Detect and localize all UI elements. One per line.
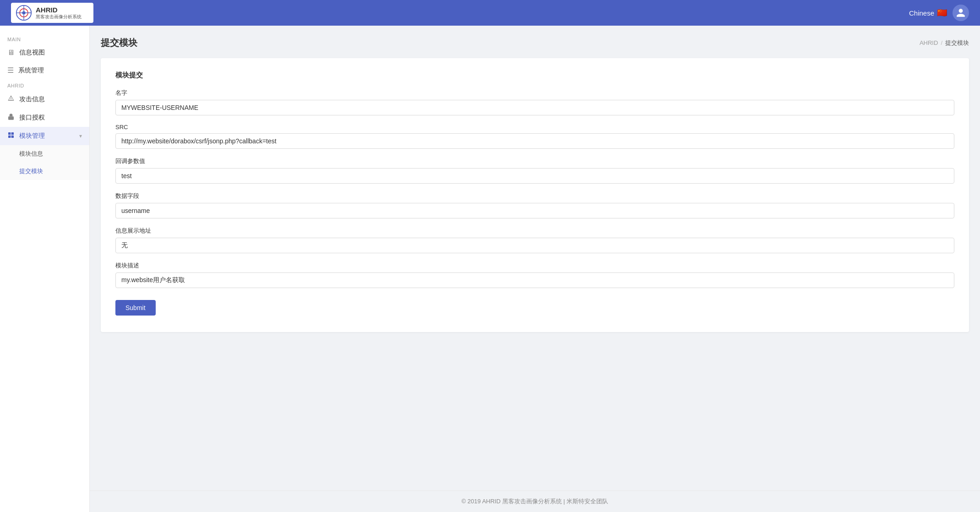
flag-icon: 🇨🇳 — [937, 8, 947, 18]
sidebar-item-attack-info[interactable]: 攻击信息 — [0, 90, 89, 109]
main-content: 提交模块 AHRID / 提交模块 模块提交 名字 SRC 回调参数值 — [90, 26, 980, 490]
label-data-field: 数据字段 — [115, 192, 954, 200]
label-info-url: 信息展示地址 — [115, 227, 954, 235]
logo-title: AHRID — [36, 6, 82, 14]
breadcrumb-current: 提交模块 — [945, 39, 969, 47]
language-selector[interactable]: Chinese 🇨🇳 — [909, 8, 947, 18]
svg-rect-8 — [8, 136, 11, 138]
form-group-info-url: 信息展示地址 — [115, 227, 954, 253]
language-label: Chinese — [909, 9, 934, 17]
sidebar-submenu-module: 模块信息 提交模块 — [0, 145, 89, 180]
card-title: 模块提交 — [115, 71, 954, 80]
submit-button[interactable]: Submit — [115, 300, 156, 316]
sidebar-section-main: Main — [0, 33, 89, 44]
user-avatar[interactable] — [953, 5, 969, 21]
chevron-down-icon: ▾ — [79, 133, 82, 139]
input-desc[interactable] — [115, 272, 954, 288]
header-right: Chinese 🇨🇳 — [909, 5, 969, 21]
sidebar-item-module-manage[interactable]: 模块管理 ▾ — [0, 127, 89, 145]
breadcrumb-root: AHRID — [920, 39, 938, 46]
sidebar-label-module-manage: 模块管理 — [19, 132, 45, 140]
form-group-desc: 模块描述 — [115, 261, 954, 288]
sidebar-item-interface-auth[interactable]: 接口授权 — [0, 109, 89, 127]
form-group-callback: 回调参数值 — [115, 157, 954, 184]
input-src[interactable] — [115, 133, 954, 149]
label-callback: 回调参数值 — [115, 157, 954, 165]
footer: © 2019 AHRID 黑客攻击画像分析系统 | 米斯特安全团队 — [90, 490, 980, 512]
form-group-name: 名字 — [115, 89, 954, 115]
label-desc: 模块描述 — [115, 261, 954, 270]
logo-subtitle: 黑客攻击画像分析系统 — [36, 14, 82, 20]
sidebar: Main 🖥 信息视图 ☰ 系统管理 AHRID 攻击信息 接口授权 模块管 — [0, 26, 90, 512]
svg-rect-5 — [8, 116, 14, 120]
sidebar-item-info-view[interactable]: 🖥 信息视图 — [0, 44, 89, 61]
input-callback[interactable] — [115, 168, 954, 184]
sidebar-label-submit-module: 提交模块 — [19, 167, 43, 175]
sidebar-section-ahrid: AHRID — [0, 79, 89, 90]
sidebar-label-module-info: 模块信息 — [19, 150, 43, 158]
svg-rect-7 — [11, 132, 14, 135]
breadcrumb-bar: 提交模块 AHRID / 提交模块 — [101, 37, 969, 49]
svg-rect-9 — [11, 136, 14, 138]
menu-icon: ☰ — [7, 66, 14, 75]
sidebar-item-system-manage[interactable]: ☰ 系统管理 — [0, 61, 89, 79]
attack-icon — [7, 95, 15, 104]
auth-icon — [7, 113, 15, 122]
monitor-icon: 🖥 — [7, 49, 15, 57]
svg-rect-6 — [8, 132, 11, 135]
sidebar-label-attack-info: 攻击信息 — [19, 95, 45, 103]
page-title: 提交模块 — [101, 37, 137, 49]
logo-text: AHRID 黑客攻击画像分析系统 — [36, 6, 82, 20]
logo-icon — [16, 5, 32, 21]
sidebar-item-submit-module[interactable]: 提交模块 — [0, 163, 89, 180]
module-icon — [7, 131, 15, 141]
footer-text: © 2019 AHRID 黑客攻击画像分析系统 | 米斯特安全团队 — [462, 498, 609, 505]
header: AHRID 黑客攻击画像分析系统 Chinese 🇨🇳 — [0, 0, 980, 26]
sidebar-item-module-info[interactable]: 模块信息 — [0, 145, 89, 163]
input-data-field[interactable] — [115, 203, 954, 218]
sidebar-label-info-view: 信息视图 — [19, 49, 45, 57]
breadcrumb-separator: / — [941, 39, 942, 46]
logo: AHRID 黑客攻击画像分析系统 — [11, 3, 93, 23]
layout: Main 🖥 信息视图 ☰ 系统管理 AHRID 攻击信息 接口授权 模块管 — [0, 26, 980, 490]
form-group-src: SRC — [115, 124, 954, 149]
input-name[interactable] — [115, 100, 954, 115]
sidebar-label-system-manage: 系统管理 — [18, 66, 44, 75]
form-card: 模块提交 名字 SRC 回调参数值 数据字段 信息展示地址 — [101, 58, 969, 332]
label-src: SRC — [115, 124, 954, 131]
sidebar-label-interface-auth: 接口授权 — [19, 114, 45, 122]
form-group-data-field: 数据字段 — [115, 192, 954, 218]
breadcrumb: AHRID / 提交模块 — [920, 39, 969, 47]
input-info-url[interactable] — [115, 238, 954, 253]
label-name: 名字 — [115, 89, 954, 97]
